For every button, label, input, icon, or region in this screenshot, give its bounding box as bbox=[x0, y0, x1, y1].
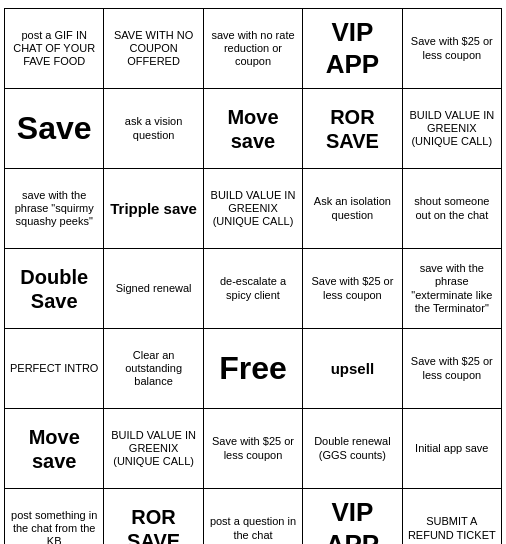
header-i bbox=[104, 4, 204, 8]
cell-30[interactable]: post something in the chat from the KB bbox=[5, 489, 104, 544]
cell-9[interactable]: BUILD VALUE IN GREENIX (UNIQUE CALL) bbox=[403, 89, 502, 169]
cell-0[interactable]: post a GIF IN CHAT OF YOUR FAVE FOOD bbox=[5, 9, 104, 89]
cell-4[interactable]: Save with $25 or less coupon bbox=[403, 9, 502, 89]
cell-13[interactable]: Ask an isolation question bbox=[303, 169, 402, 249]
cell-24[interactable]: Save with $25 or less coupon bbox=[403, 329, 502, 409]
cell-31[interactable]: ROR SAVE bbox=[104, 489, 203, 544]
bingo-grid: post a GIF IN CHAT OF YOUR FAVE FOODSAVE… bbox=[4, 8, 502, 544]
cell-15[interactable]: Double Save bbox=[5, 249, 104, 329]
cell-11[interactable]: Tripple save bbox=[104, 169, 203, 249]
cell-18[interactable]: Save with $25 or less coupon bbox=[303, 249, 402, 329]
cell-21[interactable]: Clear an outstanding balance bbox=[104, 329, 203, 409]
bingo-header bbox=[4, 4, 502, 8]
cell-14[interactable]: shout someone out on the chat bbox=[403, 169, 502, 249]
cell-12[interactable]: BUILD VALUE IN GREENIX (UNIQUE CALL) bbox=[204, 169, 303, 249]
header-o bbox=[402, 4, 502, 8]
header-b bbox=[4, 4, 104, 8]
cell-32[interactable]: post a question in the chat bbox=[204, 489, 303, 544]
cell-1[interactable]: SAVE WITH NO COUPON OFFERED bbox=[104, 9, 203, 89]
cell-27[interactable]: Save with $25 or less coupon bbox=[204, 409, 303, 489]
cell-16[interactable]: Signed renewal bbox=[104, 249, 203, 329]
cell-28[interactable]: Double renewal (GGS counts) bbox=[303, 409, 402, 489]
cell-2[interactable]: save with no rate reduction or coupon bbox=[204, 9, 303, 89]
cell-33[interactable]: VIP APP bbox=[303, 489, 402, 544]
bingo-card: post a GIF IN CHAT OF YOUR FAVE FOODSAVE… bbox=[0, 0, 506, 544]
header-n bbox=[203, 4, 303, 8]
cell-23[interactable]: upsell bbox=[303, 329, 402, 409]
cell-29[interactable]: Initial app save bbox=[403, 409, 502, 489]
cell-20[interactable]: PERFECT INTRO bbox=[5, 329, 104, 409]
cell-22[interactable]: Free bbox=[204, 329, 303, 409]
cell-19[interactable]: save with the phrase "exterminate like t… bbox=[403, 249, 502, 329]
cell-17[interactable]: de-escalate a spicy client bbox=[204, 249, 303, 329]
cell-5[interactable]: Save bbox=[5, 89, 104, 169]
cell-26[interactable]: BUILD VALUE IN GREENIX (UNIQUE CALL) bbox=[104, 409, 203, 489]
cell-10[interactable]: save with the phrase "squirmy squashy pe… bbox=[5, 169, 104, 249]
cell-25[interactable]: Move save bbox=[5, 409, 104, 489]
cell-34[interactable]: SUBMIT A REFUND TICKET bbox=[403, 489, 502, 544]
cell-7[interactable]: Move save bbox=[204, 89, 303, 169]
cell-8[interactable]: ROR SAVE bbox=[303, 89, 402, 169]
cell-3[interactable]: VIP APP bbox=[303, 9, 402, 89]
header-g bbox=[303, 4, 403, 8]
cell-6[interactable]: ask a vision question bbox=[104, 89, 203, 169]
